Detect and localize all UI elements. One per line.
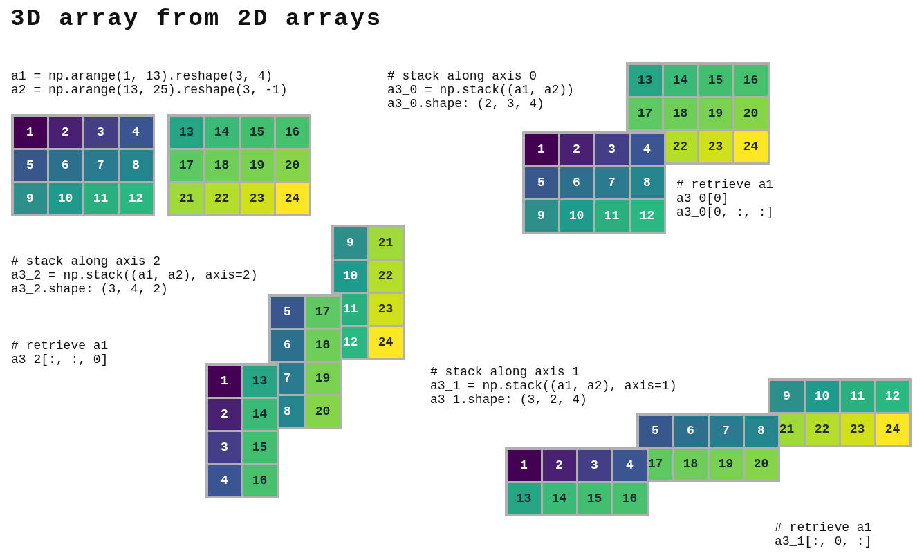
cell-22: 22 — [369, 261, 403, 292]
grid-row: 921 — [333, 226, 403, 259]
cell-11: 11 — [841, 381, 874, 412]
cell-19: 19 — [710, 449, 743, 480]
cell-19: 19 — [241, 150, 274, 181]
cell-16: 16 — [613, 483, 647, 514]
grid-row: 5678 — [12, 149, 154, 182]
cell-9: 9 — [14, 183, 47, 214]
cell-4: 4 — [613, 450, 647, 481]
grid-row: 315 — [207, 431, 277, 464]
grid-row: 17181920 — [638, 447, 779, 480]
cell-20: 20 — [745, 449, 778, 480]
cell-11: 11 — [84, 183, 118, 214]
cell-9: 9 — [334, 227, 367, 259]
cell-7: 7 — [84, 150, 118, 181]
cell-19: 19 — [306, 363, 340, 394]
cell-18: 18 — [306, 330, 340, 361]
cell-3: 3 — [84, 117, 118, 148]
cell-17: 17 — [629, 98, 662, 129]
cell-14: 14 — [543, 483, 576, 514]
cell-6: 6 — [49, 150, 82, 181]
cell-15: 15 — [699, 65, 732, 96]
grid-row: 113 — [207, 364, 277, 398]
cell-24: 24 — [276, 183, 309, 214]
cell-16: 16 — [243, 465, 277, 496]
grid-row: 214 — [207, 398, 277, 431]
grid-a1: 123456789101112 — [11, 114, 155, 216]
cell-1: 1 — [525, 134, 558, 165]
cell-15: 15 — [578, 483, 611, 514]
cell-1: 1 — [208, 366, 241, 397]
cell-2: 2 — [208, 399, 241, 430]
cell-9: 9 — [525, 200, 558, 232]
cell-12: 12 — [631, 200, 664, 232]
cell-5: 5 — [14, 150, 47, 181]
cell-19: 19 — [699, 98, 732, 129]
cell-13: 13 — [243, 366, 277, 397]
cell-15: 15 — [243, 432, 277, 463]
code-axis1: # stack along axis 1 a3_1 = np.stack((a1… — [430, 365, 676, 407]
cell-20: 20 — [276, 150, 309, 181]
cell-17: 17 — [306, 297, 340, 328]
cell-24: 24 — [734, 131, 768, 162]
cell-23: 23 — [699, 131, 732, 162]
grid-axis1-slice1: 123413141516 — [505, 447, 649, 516]
grid-row: 17181920 — [627, 97, 768, 130]
cell-13: 13 — [170, 117, 203, 148]
cell-22: 22 — [205, 183, 239, 214]
cell-13: 13 — [629, 65, 662, 96]
grid-row: 9101112 — [12, 182, 154, 215]
cell-9: 9 — [770, 381, 804, 412]
cell-10: 10 — [334, 261, 367, 292]
grid-row: 820 — [270, 395, 340, 428]
cell-3: 3 — [595, 134, 629, 165]
cell-22: 22 — [664, 131, 697, 162]
grid-row: 1234 — [12, 115, 154, 149]
cell-18: 18 — [674, 449, 708, 480]
code-axis0: # stack along axis 0 a3_0 = np.stack((a1… — [387, 69, 574, 111]
cell-23: 23 — [241, 183, 274, 214]
cell-15: 15 — [241, 117, 274, 148]
cell-16: 16 — [734, 65, 768, 96]
cell-10: 10 — [560, 200, 593, 232]
cell-7: 7 — [595, 167, 629, 198]
cell-7: 7 — [710, 416, 743, 447]
grid-row: 618 — [270, 328, 340, 362]
code-axis1-retrieve: # retrieve a1 a3_1[:, 0, :] — [775, 521, 871, 548]
cell-14: 14 — [205, 117, 239, 148]
cell-5: 5 — [639, 416, 672, 447]
grid-row: 719 — [270, 362, 340, 395]
cell-6: 6 — [560, 167, 593, 198]
code-axis2: # stack along axis 2 a3_2 = np.stack((a1… — [11, 254, 257, 296]
cell-5: 5 — [525, 167, 558, 198]
cell-1: 1 — [508, 450, 541, 481]
grid-axis1-slice3: 910111221222324 — [768, 378, 912, 447]
cell-8: 8 — [745, 416, 778, 447]
cell-4: 4 — [631, 134, 664, 165]
cell-6: 6 — [271, 330, 304, 361]
cell-8: 8 — [120, 150, 153, 181]
cell-21: 21 — [170, 183, 203, 214]
grid-row: 21222324 — [769, 413, 910, 446]
grid-axis2-slice2: 517618719820 — [268, 294, 342, 429]
cell-3: 3 — [208, 432, 241, 463]
grid-row: 21222324 — [169, 182, 310, 215]
cell-23: 23 — [369, 294, 403, 325]
grid-a2: 131415161718192021222324 — [167, 114, 311, 216]
cell-13: 13 — [508, 483, 541, 514]
cell-12: 12 — [120, 183, 153, 214]
cell-2: 2 — [560, 134, 593, 165]
cell-6: 6 — [674, 416, 708, 447]
cell-20: 20 — [306, 396, 340, 427]
grid-row: 1224 — [333, 326, 403, 359]
grid-row: 1123 — [333, 292, 403, 326]
cell-2: 2 — [49, 117, 82, 148]
cell-1: 1 — [14, 117, 47, 148]
cell-21: 21 — [369, 227, 403, 259]
cell-5: 5 — [271, 297, 304, 328]
grid-row: 13141516 — [627, 64, 768, 97]
cell-16: 16 — [276, 117, 309, 148]
cell-22: 22 — [806, 414, 839, 445]
code-axis2-retrieve: # retrieve a1 a3_2[:, :, 0] — [11, 339, 108, 366]
cell-24: 24 — [876, 414, 909, 445]
cell-10: 10 — [49, 183, 82, 214]
